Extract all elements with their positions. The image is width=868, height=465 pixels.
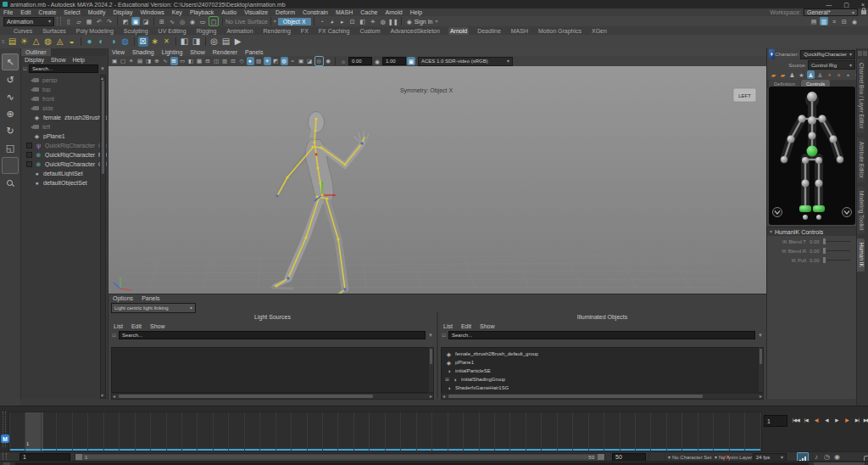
select-object-icon[interactable]: ▣ (131, 17, 140, 25)
shelf-tab-surfaces[interactable]: Surfaces (41, 27, 68, 35)
menu-constrain[interactable]: Constrain (303, 9, 328, 15)
illuminated-objects-funnel-icon[interactable]: ▼ (758, 333, 763, 338)
move-tool[interactable]: ⊕ (3, 106, 18, 121)
grease-pencil-icon[interactable]: ∿ (162, 57, 170, 65)
shelf-tab-deadline[interactable]: Deadline (476, 27, 503, 35)
collapse-arrow-icon[interactable]: ▾ (770, 229, 772, 234)
outliner-menu-help[interactable]: Help (72, 57, 84, 63)
menu-playback[interactable]: Playback (190, 9, 214, 15)
mirror-pose-icon[interactable]: ♟ (807, 70, 815, 79)
animation-end-field[interactable]: 50 (612, 453, 646, 462)
standard-surface-icon[interactable]: ● (85, 36, 95, 47)
select-tool[interactable]: ↖ (2, 53, 19, 70)
lasso-select-tool[interactable]: ↺ (3, 72, 18, 87)
sign-in-arrow[interactable]: ▾ (435, 19, 437, 24)
select-camera-icon[interactable]: ▣ (111, 57, 119, 65)
spot-light-icon[interactable]: △ (31, 36, 42, 47)
snap-to-view-plane-icon[interactable]: ▭ (198, 17, 207, 25)
remove-keying-group-icon[interactable]: × (835, 70, 843, 79)
light-sources-funnel-icon[interactable]: ▼ (428, 333, 433, 338)
mesh-light-icon[interactable]: ◬ (55, 36, 65, 47)
xray-icon[interactable]: ◪ (306, 57, 314, 65)
slider-handle[interactable] (823, 238, 826, 244)
play-forward-button[interactable]: ▶ (832, 416, 842, 427)
hide-ui-icon[interactable]: ≡ (830, 17, 838, 25)
mute-audio-icon[interactable]: ♪ (815, 454, 818, 461)
arnold-render-icon[interactable]: ▶ (233, 36, 243, 47)
sign-in-link[interactable]: Sign In (415, 19, 433, 25)
go-to-start-button[interactable]: |◀◀ (791, 416, 801, 427)
open-scene-icon[interactable]: ▱ (75, 17, 83, 25)
outliner-item[interactable]: ◈pPlane1 (21, 132, 107, 141)
menu-windows[interactable]: Windows (140, 9, 164, 15)
textured-icon[interactable]: ▨ (255, 57, 263, 65)
add-keying-group-icon[interactable]: + (826, 70, 833, 79)
safe-action-icon[interactable]: ◫ (213, 57, 220, 65)
image-plane-icon[interactable]: ◨ (145, 57, 153, 65)
snap-to-grid-icon[interactable]: ⊞ (158, 17, 166, 25)
illuminated-object-item[interactable]: ◈female_zbrush2Brush_default_group (442, 350, 759, 358)
light-sources-hscrollbar[interactable]: ◂ ▸ (111, 393, 434, 400)
menu-create[interactable]: Create (38, 9, 56, 15)
save-scene-icon[interactable]: ▦ (85, 17, 93, 25)
illuminated-menu-edit[interactable]: Edit (461, 323, 471, 329)
interface-prefs-icon[interactable]: ◉ (850, 17, 859, 25)
outliner-item[interactable]: ⊛QuickRigCharacter_Ctrl_Reference (21, 160, 107, 169)
tx-manager-icon[interactable]: ⊠ (138, 36, 148, 47)
humanik-controls-header[interactable]: ▾ HumanIK Controls (767, 227, 857, 236)
menu-visualize[interactable]: Visualize (244, 9, 268, 15)
smooth-shade-icon[interactable]: ● (247, 57, 254, 65)
panel-layout-icon[interactable]: ⊟ (840, 17, 849, 25)
menu-help[interactable]: Help (410, 9, 422, 15)
go-to-end-button[interactable]: ▶▶| (862, 416, 868, 427)
gamma-field[interactable]: 1.00 (382, 57, 406, 65)
slider-value-field[interactable]: 0.00 (810, 249, 820, 254)
menu-arnold[interactable]: Arnold (385, 9, 402, 15)
left-view-button[interactable]: LEFT (733, 88, 756, 102)
skeleton-icon[interactable]: ♟ (788, 70, 796, 79)
workspace-lock-icon[interactable] (861, 10, 866, 14)
isolate-select-icon[interactable]: ◎ (314, 56, 324, 66)
range-grip[interactable] (3, 453, 7, 462)
slider-value-field[interactable]: 0.00 (810, 258, 820, 263)
menuset-dropdown[interactable]: Animation▾ (3, 17, 54, 26)
dock-button-1[interactable] (858, 51, 862, 56)
pin-effector-icon[interactable]: ▪ (844, 70, 852, 79)
motion-blur-icon[interactable]: ≈ (289, 57, 297, 65)
light-sources-menu-show[interactable]: Show (150, 323, 165, 329)
illuminated-object-item[interactable]: ◈pPlane1 (442, 358, 759, 367)
outliner-item[interactable]: left (21, 122, 107, 132)
new-scene-icon[interactable]: ▯ (64, 17, 73, 25)
ai-toon-icon[interactable]: ◑ (108, 36, 119, 47)
outliner-menu-display[interactable]: Display (25, 57, 44, 63)
stance-pose-icon[interactable]: ★ (798, 70, 805, 79)
light-sources-menu-edit[interactable]: Edit (131, 323, 142, 329)
close-button[interactable]: × (861, 2, 865, 8)
photometric-light-icon[interactable]: ◒ (67, 36, 77, 47)
zoom-tool[interactable] (3, 176, 18, 191)
color-management-icon[interactable]: ▣ (407, 57, 415, 65)
slider-value-field[interactable]: 0.00 (810, 239, 820, 244)
menu-edit[interactable]: Edit (20, 9, 31, 15)
viewport-menu-panels[interactable]: Panels (245, 49, 263, 55)
outliner-funnel-icon[interactable]: ▼ (100, 66, 105, 71)
illuminated-objects-filter-icon[interactable]: ⊡ (442, 333, 446, 338)
character-dropdown[interactable]: QuickRigCharacter▾ (800, 50, 855, 59)
panel-tab-channel-box-layer-editor[interactable]: Channel Box / Layer Editor (857, 59, 865, 133)
menu-audio[interactable]: Audio (221, 9, 236, 15)
shelf-tab-advancedskeleton[interactable]: AdvancedSkeleton (389, 27, 442, 35)
minimize-button[interactable]: — (826, 2, 832, 8)
panel-tab-modeling-toolkit[interactable]: Modeling Toolkit (857, 187, 865, 235)
snapshot-icon[interactable]: ◨ (192, 36, 202, 47)
single-pane-layout-icon[interactable]: ▤ (810, 17, 818, 25)
viewport-menu-renderer[interactable]: Renderer (213, 49, 237, 55)
reference-checkbox[interactable] (26, 143, 32, 148)
wireframe-icon[interactable]: ◇ (238, 57, 246, 65)
shelf-tab-curves[interactable]: Curves (12, 27, 34, 35)
redo-icon[interactable]: ↷ (105, 17, 114, 25)
shelf-tab-arnold[interactable]: Arnold (448, 27, 469, 35)
menu-modify[interactable]: Modify (88, 9, 106, 15)
viewport-canvas[interactable]: Symmetry: Object X LEFT persp (108, 66, 766, 294)
illuminated-objects-vscrollbar[interactable] (758, 347, 764, 393)
shelf-tab-mash[interactable]: MASH (509, 27, 530, 35)
